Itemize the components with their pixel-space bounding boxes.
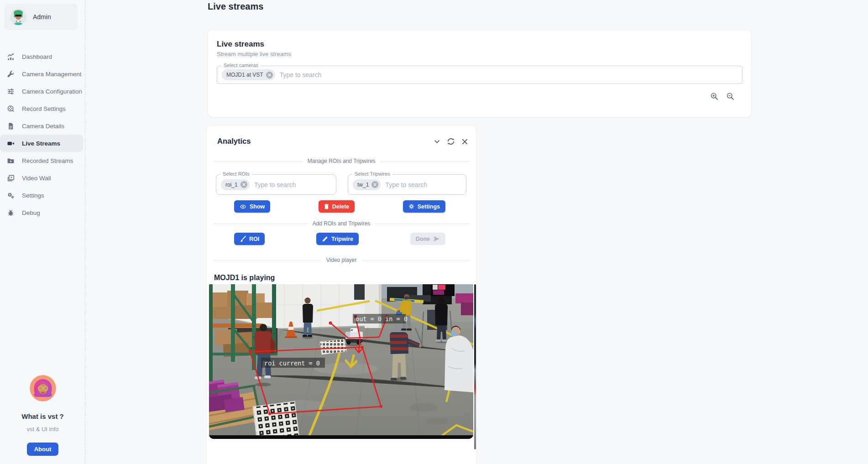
tripwire-button[interactable]: Tripwire xyxy=(316,233,359,245)
dashboard-icon xyxy=(7,53,15,61)
bug-icon xyxy=(7,209,15,217)
settings-button[interactable]: Settings xyxy=(403,200,445,213)
camera-chip: MOJD1 at VST xyxy=(222,69,275,80)
gear-icon xyxy=(408,203,414,209)
analytics-panel: Analytics Manage ROIs and Tripwires xyxy=(207,126,476,464)
sidebar-item-recorded-streams[interactable]: Recorded Streams xyxy=(0,152,85,169)
camera-chip-label: MOJD1 at VST xyxy=(226,72,263,78)
sidebar-item-label: Live Streams xyxy=(22,140,60,147)
sidebar-item-live-streams[interactable]: Live Streams xyxy=(0,135,83,152)
sidebar-item-label: Camera Management xyxy=(22,71,82,78)
gears-icon xyxy=(7,192,15,199)
done-button[interactable]: Done xyxy=(410,233,445,245)
select-rois-label: Select ROIs xyxy=(220,171,252,177)
info-avatar xyxy=(30,375,56,401)
sidebar-item-label: Record Settings xyxy=(22,105,66,112)
card-title: Live streams xyxy=(217,40,751,49)
document-icon xyxy=(7,122,15,130)
sliders-icon xyxy=(7,88,15,95)
add-section-label: Add ROIs and Tripwires xyxy=(313,220,371,227)
sidebar-item-camera-configuration[interactable]: Camera Configuration xyxy=(0,83,85,100)
sidebar-item-settings[interactable]: Settings xyxy=(0,187,85,204)
select-tripwires-field[interactable]: Select Tripwires tw_1 xyxy=(348,174,466,195)
folder-media-icon xyxy=(7,157,15,165)
footer-question: What is vst ? xyxy=(0,412,85,420)
chip-remove-icon[interactable] xyxy=(371,181,378,188)
vst-app: Admin Dashboard Camera Management xyxy=(0,0,868,464)
adjacent-video-sliver xyxy=(474,284,476,449)
show-button[interactable]: Show xyxy=(234,200,270,213)
roi-counter-overlay: roi current = 0 xyxy=(261,358,325,368)
video-control-bar xyxy=(209,435,473,439)
trash-icon xyxy=(324,203,329,209)
close-icon[interactable] xyxy=(461,138,469,146)
sidebar-item-debug[interactable]: Debug xyxy=(0,204,85,221)
sidebar-item-camera-management[interactable]: Camera Management xyxy=(0,65,85,83)
video-section-divider: Video player xyxy=(207,257,476,263)
camera-search-input[interactable] xyxy=(280,71,737,78)
select-cameras-field[interactable]: Select cameras MOJD1 at VST xyxy=(217,66,743,84)
tripwire-counter-overlay: out = 0 in = 0 xyxy=(353,314,408,323)
roi-chip: roi_1 xyxy=(221,179,250,190)
page-title: Live streams xyxy=(208,1,263,12)
sidebar-item-label: Debug xyxy=(22,209,40,216)
sidebar-menu: Dashboard Camera Management Camera Confi… xyxy=(0,48,85,221)
about-button[interactable]: About xyxy=(27,443,59,456)
playing-status: MOJD1 is playing xyxy=(214,274,476,282)
refresh-icon[interactable] xyxy=(447,137,455,146)
sidebar-item-label: Video Wall xyxy=(22,175,51,182)
add-section-divider: Add ROIs and Tripwires xyxy=(207,220,476,227)
tripwire-counter-label: out = 0 in = 0 xyxy=(356,315,408,323)
roi-search-input[interactable] xyxy=(254,181,331,188)
zoom-in-icon[interactable] xyxy=(710,92,719,101)
select-tripwires-label: Select Tripwires xyxy=(352,171,392,177)
collapse-chevron-icon[interactable] xyxy=(433,138,441,146)
select-cameras-label: Select cameras xyxy=(221,63,261,68)
video-camera-icon xyxy=(7,140,15,147)
video-player[interactable]: out = 0 in = 0 roi current = 0 xyxy=(209,284,473,439)
tripwire-chip-label: tw_1 xyxy=(357,182,369,188)
sidebar-item-record-settings[interactable]: Record Settings xyxy=(0,100,85,117)
sidebar-item-video-wall[interactable]: Video Wall xyxy=(0,169,85,187)
live-streams-card: Live streams Stream multiple live stream… xyxy=(208,30,751,117)
film-reel-icon xyxy=(7,105,15,113)
video-section-label: Video player xyxy=(326,257,357,263)
sidebar-item-label: Recorded Streams xyxy=(22,157,73,164)
roi-button[interactable]: ROI xyxy=(234,233,265,245)
select-rois-field[interactable]: Select ROIs roi_1 xyxy=(216,174,336,195)
roi-counter-label: roi current = 0 xyxy=(264,360,320,367)
footer-subtitle: vst & UI info xyxy=(0,426,85,433)
tripwire-chip: tw_1 xyxy=(353,179,381,190)
warehouse-scene: out = 0 in = 0 roi current = 0 xyxy=(209,284,473,439)
send-icon xyxy=(433,236,440,242)
brush-icon xyxy=(240,236,246,242)
video-wall-icon xyxy=(7,174,15,182)
eye-icon xyxy=(240,204,246,209)
admin-avatar xyxy=(10,9,26,25)
analytics-header: Analytics xyxy=(207,126,476,156)
sidebar-item-label: Settings xyxy=(22,192,44,199)
sidebar-item-dashboard[interactable]: Dashboard xyxy=(0,48,85,65)
manage-section-divider: Manage ROIs and Tripwires xyxy=(207,158,476,164)
sidebar-item-label: Camera Configuration xyxy=(22,88,82,95)
manage-section-label: Manage ROIs and Tripwires xyxy=(308,158,376,164)
chip-remove-icon[interactable] xyxy=(266,72,273,78)
admin-profile-card[interactable]: Admin xyxy=(5,4,78,30)
pen-icon xyxy=(322,236,328,242)
card-subtitle: Stream multiple live streams xyxy=(217,51,751,57)
delete-button[interactable]: Delete xyxy=(319,200,355,213)
sidebar-item-label: Camera Details xyxy=(22,123,64,130)
chip-remove-icon[interactable] xyxy=(241,181,247,188)
zoom-out-icon[interactable] xyxy=(726,92,735,101)
tripwire-search-input[interactable] xyxy=(385,181,461,188)
wrench-icon xyxy=(7,70,15,78)
sidebar-item-label: Dashboard xyxy=(22,53,52,60)
analytics-title: Analytics xyxy=(217,137,251,146)
sidebar-item-camera-details[interactable]: Camera Details xyxy=(0,117,85,135)
roi-chip-label: roi_1 xyxy=(225,182,238,188)
admin-name-label: Admin xyxy=(33,13,51,21)
sidebar: Admin Dashboard Camera Management xyxy=(0,0,85,464)
stream-zoom-controls xyxy=(710,92,735,101)
sidebar-footer: What is vst ? vst & UI info About xyxy=(0,375,85,464)
